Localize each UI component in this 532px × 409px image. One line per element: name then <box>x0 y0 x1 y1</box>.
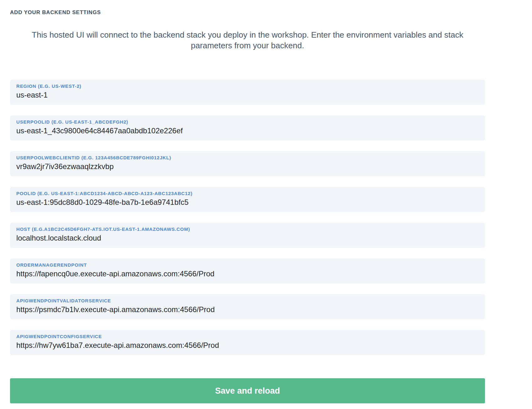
host-input[interactable] <box>16 233 479 243</box>
userpoolid-label: USERPOOLID (E.G. US-EAST-1_ABCDEFGH2) <box>16 119 479 125</box>
field-apigwendpointconfigservice[interactable]: APIGWENDPOINTCONFIGSERVICE <box>10 330 485 355</box>
settings-form: REGION (E.G. US-WEST-2) USERPOOLID (E.G.… <box>10 80 485 355</box>
apigwendpointvalidatorservice-label: APIGWENDPOINTVALIDATORSERVICE <box>16 298 479 304</box>
apigwendpointvalidatorservice-input[interactable] <box>16 305 479 314</box>
field-userpoolwebclientid[interactable]: USERPOOLWEBCLIENTID (E.G. 123A456BCDE789… <box>10 151 485 176</box>
backend-settings-panel: ADD YOUR BACKEND SETTINGS This hosted UI… <box>10 0 485 403</box>
field-userpoolid[interactable]: USERPOOLID (E.G. US-EAST-1_ABCDEFGH2) <box>10 115 485 141</box>
page-title: ADD YOUR BACKEND SETTINGS <box>10 9 485 16</box>
field-poolid[interactable]: POOLID (E.G. US-EAST-1:ABCD1234-ABCD-ABC… <box>10 187 485 212</box>
userpoolid-input[interactable] <box>16 126 479 135</box>
apigwendpointconfigservice-input[interactable] <box>16 341 479 350</box>
userpoolwebclientid-label: USERPOOLWEBCLIENTID (E.G. 123A456BCDE789… <box>16 155 479 161</box>
poolid-label: POOLID (E.G. US-EAST-1:ABCD1234-ABCD-ABC… <box>16 190 479 197</box>
userpoolwebclientid-input[interactable] <box>16 162 479 171</box>
region-input[interactable] <box>16 90 479 100</box>
host-label: HOST (E.G.A1BC2C45D6FGH7-ATS.IOT.US-EAST… <box>16 226 479 232</box>
field-apigwendpointvalidatorservice[interactable]: APIGWENDPOINTVALIDATORSERVICE <box>10 294 485 319</box>
page-description: This hosted UI will connect to the backe… <box>16 29 479 51</box>
poolid-input[interactable] <box>16 198 479 207</box>
field-region[interactable]: REGION (E.G. US-WEST-2) <box>10 80 485 105</box>
region-label: REGION (E.G. US-WEST-2) <box>16 83 479 89</box>
field-host[interactable]: HOST (E.G.A1BC2C45D6FGH7-ATS.IOT.US-EAST… <box>10 223 485 248</box>
apigwendpointconfigservice-label: APIGWENDPOINTCONFIGSERVICE <box>16 333 479 340</box>
save-and-reload-button[interactable]: Save and reload <box>10 378 485 403</box>
ordermanagerendpoint-input[interactable] <box>16 269 479 279</box>
field-ordermanagerendpoint[interactable]: ORDERMANAGERENDPOINT <box>10 258 485 284</box>
ordermanagerendpoint-label: ORDERMANAGERENDPOINT <box>16 262 479 268</box>
